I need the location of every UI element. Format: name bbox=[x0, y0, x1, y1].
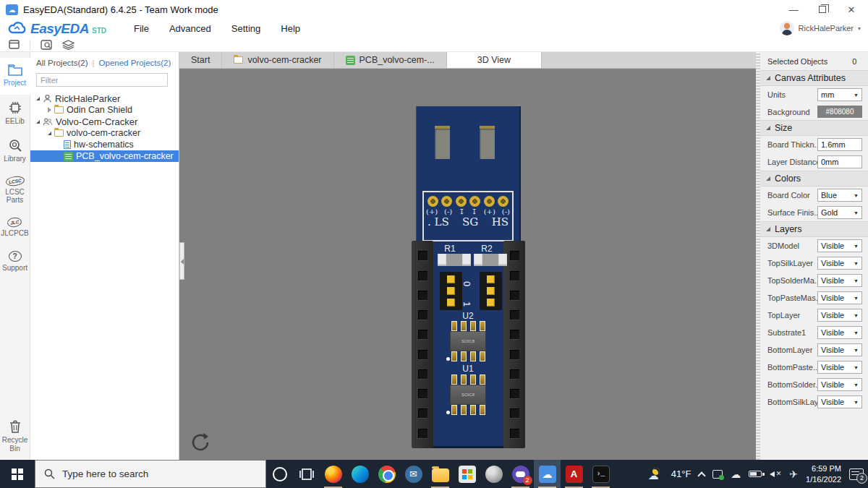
taskbar-globe-app[interactable] bbox=[480, 460, 507, 488]
menu-help[interactable]: Help bbox=[271, 23, 310, 34]
sidebar-item-support[interactable]: ? Support bbox=[0, 245, 30, 280]
layer-visibility-select[interactable]: Visible▼ bbox=[817, 378, 862, 391]
menu-file[interactable]: File bbox=[124, 23, 159, 34]
layer-visibility-select[interactable]: Visible▼ bbox=[817, 361, 862, 374]
firefox-icon bbox=[325, 466, 342, 483]
username: RickHaleParker bbox=[799, 24, 854, 33]
filter-input[interactable] bbox=[36, 73, 168, 87]
all-projects-tab[interactable]: All Projects(2) bbox=[36, 59, 88, 67]
taskbar-store[interactable] bbox=[454, 460, 480, 488]
sidebar-item-library[interactable]: Library bbox=[0, 132, 30, 171]
restore-button[interactable] bbox=[812, 4, 833, 15]
onedrive-icon[interactable]: ☁ bbox=[731, 469, 741, 479]
layer-visibility-select[interactable]: Visible▼ bbox=[817, 274, 862, 287]
taskbar-acrobat[interactable]: A bbox=[561, 460, 587, 488]
tree-label: Volvo-Cem-Cracker bbox=[56, 116, 137, 127]
tab-project[interactable]: volvo-cem-cracker bbox=[222, 52, 333, 68]
tree-item-folder[interactable]: Odin Can Shield bbox=[30, 104, 179, 116]
layer-visibility-select[interactable]: Visible▼ bbox=[817, 343, 862, 356]
taskbar-game-bar[interactable]: 2 bbox=[507, 460, 534, 488]
layer-visibility-select[interactable]: Visible▼ bbox=[817, 395, 862, 408]
tree-item-schematic[interactable]: hw-schematics bbox=[30, 139, 179, 150]
caret-expanded-icon[interactable] bbox=[36, 120, 40, 124]
section-size[interactable]: Size bbox=[760, 120, 868, 136]
tree-item-user[interactable]: RickHaleParker bbox=[30, 93, 179, 104]
layer-visibility-value: Visible bbox=[821, 380, 844, 389]
taskbar-easyeda[interactable]: ☁ bbox=[534, 460, 561, 488]
layer-name: TopLayer bbox=[767, 311, 800, 320]
cortana-button[interactable] bbox=[266, 460, 293, 488]
section-canvas-attributes[interactable]: Canvas Attributes bbox=[760, 70, 868, 86]
export-image-icon[interactable] bbox=[41, 40, 52, 50]
section-title: Layers bbox=[775, 224, 802, 234]
surface-finish-value: Gold bbox=[821, 208, 838, 217]
tree-item-pcb-selected[interactable]: PCB_volvo-cem-cracker bbox=[30, 150, 179, 162]
section-colors[interactable]: Colors bbox=[760, 171, 868, 187]
panel-resize-handle[interactable] bbox=[756, 52, 760, 460]
caret-collapsed-icon[interactable] bbox=[48, 107, 51, 113]
caret-expanded-icon[interactable] bbox=[36, 97, 40, 100]
taskbar-mail[interactable]: ✉ bbox=[400, 460, 427, 488]
layer-visibility-select[interactable]: Visible▼ bbox=[817, 326, 862, 339]
tab-pcb[interactable]: PCB_volvo-cem-... bbox=[334, 52, 447, 68]
tab-label: PCB_volvo-cem-... bbox=[359, 55, 435, 65]
tree-item-project-folder[interactable]: volvo-cem-cracker bbox=[30, 127, 179, 139]
notification-badge: 2 bbox=[856, 473, 867, 484]
tray-expand-chevron-icon[interactable] bbox=[698, 471, 706, 479]
folder-open-icon bbox=[54, 129, 64, 137]
dropdown-arrow-icon: ▼ bbox=[854, 296, 859, 301]
sidebar-item-recycle-bin[interactable]: Recycle Bin bbox=[0, 414, 30, 460]
tab-3d-view[interactable]: 3D View bbox=[447, 52, 542, 68]
background-color-swatch[interactable]: #808080 bbox=[817, 106, 862, 118]
weather-widget[interactable]: ☁ 41°F bbox=[648, 468, 692, 481]
sidebar-item-jlcpcb[interactable]: JLC JLCPCB bbox=[0, 212, 30, 245]
user-menu[interactable]: RickHaleParker ▾ bbox=[780, 21, 861, 35]
opened-projects-tab[interactable]: Opened Projects(2) bbox=[99, 59, 171, 67]
sidebar-item-project[interactable]: Project bbox=[0, 58, 30, 95]
battery-icon[interactable] bbox=[749, 471, 762, 477]
layer-visibility-select[interactable]: Visible▼ bbox=[817, 309, 862, 322]
action-center-icon[interactable]: 2 bbox=[849, 468, 864, 480]
caret-expanded-icon[interactable] bbox=[48, 132, 51, 135]
surface-finish-select[interactable]: Gold ▼ bbox=[817, 206, 862, 219]
menu-setting[interactable]: Setting bbox=[221, 23, 271, 34]
taskbar-file-explorer[interactable] bbox=[427, 460, 454, 488]
pcb-3d-model[interactable]: (+)(-)↧↧(+)(-) . LSSGHS R1 R2 bbox=[416, 106, 521, 448]
3d-view-canvas[interactable]: (+)(-)↧↧(+)(-) . LSSGHS R1 R2 bbox=[179, 69, 756, 460]
layer-visibility-select[interactable]: Visible▼ bbox=[817, 239, 862, 252]
board-thickness-input[interactable] bbox=[817, 138, 862, 151]
layer-distance-input[interactable] bbox=[817, 155, 862, 168]
easyeda-logo[interactable]: EasyEDA STD bbox=[7, 20, 106, 37]
close-button[interactable]: ✕ bbox=[841, 4, 862, 15]
units-select[interactable]: mm ▼ bbox=[817, 88, 862, 101]
taskbar-terminal[interactable]: ›_ bbox=[587, 460, 614, 488]
board-color-select[interactable]: Blue ▼ bbox=[817, 189, 862, 202]
sidebar-item-lcsc-parts[interactable]: LCSC LCSC Parts bbox=[0, 171, 30, 212]
taskbar-chrome[interactable] bbox=[373, 460, 400, 488]
layer-visibility-select[interactable]: Visible▼ bbox=[817, 291, 862, 304]
tree-item-team[interactable]: Volvo-Cem-Cracker bbox=[30, 116, 179, 127]
tab-start[interactable]: Start bbox=[179, 52, 222, 68]
avatar bbox=[780, 21, 794, 35]
start-button[interactable] bbox=[0, 460, 35, 488]
task-view-button[interactable] bbox=[293, 460, 320, 488]
rotate-view-icon[interactable] bbox=[188, 430, 213, 455]
minimize-button[interactable]: — bbox=[783, 4, 804, 15]
taskbar-search[interactable]: Type here to search bbox=[35, 460, 266, 488]
game-bar-icon: 2 bbox=[512, 466, 529, 483]
solder-pad bbox=[498, 196, 509, 207]
volume-muted-icon[interactable]: ✕ bbox=[770, 469, 781, 479]
airplane-mode-icon[interactable]: ✈ bbox=[789, 469, 798, 479]
chevron-down-icon: ▾ bbox=[858, 25, 861, 32]
layer-visibility-select[interactable]: Visible▼ bbox=[817, 257, 862, 270]
taskbar-edge[interactable] bbox=[346, 460, 373, 488]
menu-advanced[interactable]: Advanced bbox=[159, 23, 221, 34]
taskbar-firefox[interactable] bbox=[320, 460, 346, 488]
panel-collapse-handle[interactable] bbox=[179, 242, 184, 280]
sidebar-item-eelib[interactable]: EELib bbox=[0, 95, 30, 133]
section-layers[interactable]: Layers bbox=[760, 221, 868, 237]
taskbar-clock[interactable]: 6:59 PM 1/16/2022 bbox=[806, 463, 841, 485]
tray-app-icon[interactable] bbox=[712, 470, 723, 479]
layers-icon[interactable] bbox=[62, 40, 75, 50]
new-tab-icon[interactable] bbox=[9, 40, 20, 49]
